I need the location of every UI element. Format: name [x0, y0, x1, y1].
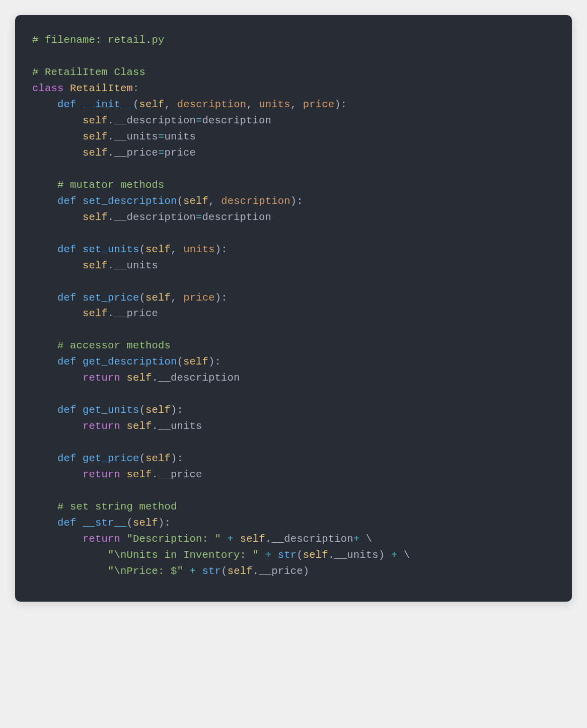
- backslash: \: [366, 533, 373, 545]
- attr: .__description: [108, 211, 196, 223]
- punct: ):: [158, 517, 171, 529]
- self: self: [228, 565, 253, 577]
- keyword-def: def: [57, 195, 77, 207]
- fn-name: get_description: [83, 356, 177, 368]
- fn-name: set_units: [83, 244, 139, 255]
- attr: .__price: [108, 147, 158, 159]
- param-self: self: [133, 517, 158, 529]
- self: self: [83, 115, 108, 126]
- self: self: [240, 533, 265, 545]
- param-self: self: [183, 195, 208, 207]
- self: self: [127, 372, 152, 384]
- punct: ,: [165, 99, 177, 110]
- punct: (: [221, 565, 228, 577]
- self: self: [127, 469, 152, 480]
- builtin: str: [278, 549, 297, 561]
- attr: .__description: [108, 115, 196, 126]
- param: units: [183, 244, 215, 255]
- fn-name: get_price: [83, 453, 139, 464]
- keyword-def: def: [57, 244, 77, 255]
- op: +: [265, 549, 272, 561]
- backslash: \: [404, 549, 410, 561]
- keyword-class: class: [32, 83, 64, 94]
- punct: (: [139, 404, 146, 416]
- self: self: [83, 260, 108, 271]
- self: self: [83, 308, 108, 319]
- op: +: [353, 533, 360, 545]
- punct: (: [297, 549, 303, 561]
- keyword-return: return: [83, 469, 120, 480]
- param: description: [177, 99, 247, 110]
- ident: description: [202, 211, 272, 223]
- fn-init: __init__: [83, 99, 133, 110]
- param-self: self: [139, 99, 165, 110]
- attr: .__price: [152, 469, 202, 480]
- keyword-def: def: [57, 292, 77, 304]
- ident: description: [202, 115, 272, 126]
- builtin: str: [202, 565, 222, 577]
- string: "Description: ": [127, 533, 222, 545]
- string: "\nUnits in Inventory: ": [108, 549, 259, 561]
- attr: .__units: [328, 549, 379, 561]
- punct: ):: [208, 356, 221, 368]
- op: +: [228, 533, 234, 545]
- punct: ,: [208, 195, 221, 207]
- op: =: [196, 115, 202, 126]
- param: units: [259, 99, 290, 110]
- attr: .__price: [253, 565, 303, 577]
- punct: (: [139, 244, 146, 255]
- fn-name: __str__: [83, 517, 127, 529]
- param: price: [303, 99, 335, 110]
- self: self: [303, 549, 328, 561]
- op: +: [190, 565, 196, 577]
- param-self: self: [145, 244, 171, 255]
- self: self: [83, 147, 108, 159]
- punct: (: [177, 195, 184, 207]
- punct: ):: [290, 195, 303, 207]
- self: self: [83, 211, 108, 223]
- attr: .__description: [265, 533, 353, 545]
- punct: ):: [215, 292, 228, 304]
- self: self: [127, 420, 152, 432]
- punct: ,: [171, 244, 183, 255]
- keyword-def: def: [57, 99, 77, 110]
- punct: (: [139, 292, 146, 304]
- punct: :: [133, 83, 139, 94]
- op: =: [196, 211, 202, 223]
- punct: (: [133, 99, 139, 110]
- punct: ,: [246, 99, 259, 110]
- punct: (: [177, 356, 184, 368]
- self: self: [83, 131, 108, 142]
- keyword-return: return: [83, 372, 120, 384]
- param: price: [183, 292, 215, 304]
- punct: ):: [334, 99, 347, 110]
- punct: (: [127, 517, 133, 529]
- class-name: RetailItem: [70, 83, 133, 94]
- attr: .__description: [152, 372, 240, 384]
- op: =: [158, 131, 165, 142]
- punct: ): [303, 565, 310, 577]
- punct: (: [139, 453, 146, 464]
- comment-line: # filename: retail.py: [32, 34, 165, 46]
- keyword-def: def: [57, 404, 77, 416]
- comment-line: # RetailItem Class: [32, 66, 145, 78]
- op: +: [391, 549, 398, 561]
- param-self: self: [145, 404, 171, 416]
- punct: ,: [171, 292, 183, 304]
- fn-name: set_description: [83, 195, 177, 207]
- attr: .__units: [108, 131, 158, 142]
- param-self: self: [145, 453, 171, 464]
- keyword-return: return: [83, 420, 120, 432]
- comment-line: # set string method: [57, 501, 177, 513]
- code-content: # filename: retail.py # RetailItem Class…: [32, 32, 555, 579]
- param: description: [221, 195, 290, 207]
- punct: ):: [171, 404, 183, 416]
- comment-line: # accessor methods: [57, 340, 171, 351]
- keyword-def: def: [57, 356, 77, 368]
- code-block: # filename: retail.py # RetailItem Class…: [15, 15, 572, 602]
- op: =: [158, 147, 165, 159]
- keyword-def: def: [57, 453, 77, 464]
- punct: ,: [290, 99, 303, 110]
- keyword-def: def: [57, 517, 77, 529]
- param-self: self: [145, 292, 171, 304]
